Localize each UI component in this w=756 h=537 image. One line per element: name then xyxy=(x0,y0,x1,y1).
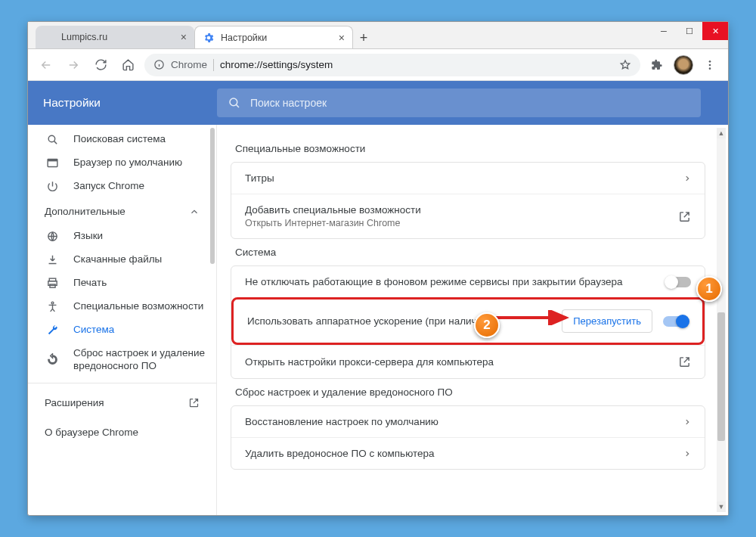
content-area: Настройки Поиск настроек Поисковая систе… xyxy=(28,81,728,515)
main-split: Поисковая система Браузер по умолчанию З… xyxy=(28,125,728,515)
window-icon xyxy=(45,157,60,169)
row-proxy-settings[interactable]: Открыть настройки прокси-сервера для ком… xyxy=(231,345,705,378)
sidebar-item-accessibility[interactable]: Специальные возможности xyxy=(28,295,216,318)
reset-icon xyxy=(45,353,60,366)
row-label: Добавить специальные возможности xyxy=(245,204,678,216)
row-captions[interactable]: Титры xyxy=(231,163,705,194)
new-tab-button[interactable]: + xyxy=(353,27,374,48)
sidebar-item-downloads[interactable]: Скачанные файлы xyxy=(28,248,216,272)
scroll-track[interactable] xyxy=(717,138,726,501)
chevron-right-icon xyxy=(683,450,691,458)
favicon-settings xyxy=(203,32,215,44)
home-button[interactable] xyxy=(117,54,138,76)
panel-scrollbar[interactable]: ▲ ▼ xyxy=(717,128,726,512)
favicon-lumpics xyxy=(43,31,55,43)
sidebar-item-extensions[interactable]: Расширения xyxy=(28,388,216,417)
row-cleanup[interactable]: Удалить вредоносное ПО с компьютера xyxy=(231,437,705,469)
row-background-apps[interactable]: Не отключать работающие в фоновом режиме… xyxy=(231,266,705,297)
row-add-accessibility[interactable]: Добавить специальные возможности Открыть… xyxy=(231,194,705,238)
tab-label: Настройки xyxy=(221,33,267,43)
power-icon xyxy=(45,180,60,193)
menu-button[interactable] xyxy=(699,54,720,76)
sidebar-item-label: Сброс настроек и удаление вредоносного П… xyxy=(73,347,209,373)
restart-button[interactable]: Перезапустить xyxy=(562,309,652,333)
row-label: Использовать аппаратное ускорение (при н… xyxy=(247,315,491,327)
settings-panel: Специальные возможности Титры Добавить с… xyxy=(217,125,728,515)
sidebar-group-label: Дополнительные xyxy=(45,206,125,217)
extensions-icon[interactable] xyxy=(646,54,668,76)
sidebar-item-default-browser[interactable]: Браузер по умолчанию xyxy=(28,151,216,175)
reload-button[interactable] xyxy=(90,54,111,76)
sidebar-item-label: Поисковая система xyxy=(73,133,209,146)
toggle-background-apps[interactable] xyxy=(665,277,691,287)
maximize-button[interactable]: ☐ xyxy=(677,22,702,40)
sidebar-item-startup[interactable]: Запуск Chrome xyxy=(28,175,216,198)
toggle-hardware-acceleration[interactable] xyxy=(663,316,689,327)
browser-window: Lumpics.ru × Настройки × + ─ ☐ ✕ Chrome xyxy=(27,21,729,516)
close-icon[interactable]: × xyxy=(181,31,187,43)
row-label: Открыть настройки прокси-сервера для ком… xyxy=(245,356,494,368)
forward-button[interactable] xyxy=(63,54,84,76)
sidebar-item-reset[interactable]: Сброс настроек и удаление вредоносного П… xyxy=(28,342,216,378)
wrench-icon xyxy=(45,324,60,337)
svg-point-12 xyxy=(51,302,54,304)
separator xyxy=(213,59,214,71)
sidebar-item-label: Система xyxy=(73,324,209,337)
sidebar-item-label: Специальные возможности xyxy=(73,300,209,313)
section-title-system: Система xyxy=(235,247,701,258)
tab-strip: Lumpics.ru × Настройки × + xyxy=(28,22,374,48)
globe-icon xyxy=(45,230,60,243)
open-external-icon xyxy=(678,355,691,368)
omnibox[interactable]: Chrome chrome://settings/system xyxy=(144,54,640,76)
sidebar-item-system[interactable]: Система xyxy=(28,318,216,342)
sidebar-item-about[interactable]: О браузере Chrome xyxy=(28,417,216,447)
site-info-icon[interactable] xyxy=(153,59,165,70)
settings-header: Настройки Поиск настроек xyxy=(28,81,728,125)
close-icon[interactable]: × xyxy=(339,32,345,44)
back-button[interactable] xyxy=(36,54,57,76)
callout-2: 2 xyxy=(474,312,500,338)
sidebar-group-advanced[interactable]: Дополнительные xyxy=(28,198,216,225)
page-title: Настройки xyxy=(43,96,194,110)
accessibility-icon xyxy=(45,300,60,313)
sidebar-item-label: Запуск Chrome xyxy=(73,180,209,193)
sidebar-item-label: Языки xyxy=(73,230,209,243)
svg-point-3 xyxy=(709,67,711,70)
search-settings[interactable]: Поиск настроек xyxy=(217,88,701,117)
row-hardware-acceleration[interactable]: Использовать аппаратное ускорение (при н… xyxy=(231,297,705,345)
card-system: Не отключать работающие в фоновом режиме… xyxy=(231,265,705,379)
search-placeholder: Поиск настроек xyxy=(250,97,327,109)
row-label: Удалить вредоносное ПО с компьютера xyxy=(245,448,435,459)
open-external-icon xyxy=(678,210,691,223)
sidebar-item-search-engine[interactable]: Поисковая система xyxy=(28,128,216,151)
row-sublabel: Открыть Интернет-магазин Chrome xyxy=(245,218,678,228)
chevron-right-icon xyxy=(683,175,691,182)
download-icon xyxy=(45,253,60,266)
scroll-thumb[interactable] xyxy=(717,312,725,441)
secure-chip-label: Chrome xyxy=(171,59,207,70)
titlebar: Lumpics.ru × Настройки × + ─ ☐ ✕ xyxy=(28,22,728,49)
tab-lumpics[interactable]: Lumpics.ru × xyxy=(36,26,194,48)
row-restore-defaults[interactable]: Восстановление настроек по умолчанию xyxy=(231,406,705,437)
sidebar-item-label: О браузере Chrome xyxy=(45,427,138,438)
svg-point-5 xyxy=(48,135,55,142)
chevron-right-icon xyxy=(683,418,691,426)
svg-point-1 xyxy=(709,61,711,63)
chevron-up-icon xyxy=(189,206,200,217)
profile-avatar[interactable] xyxy=(674,55,693,75)
scroll-up-button[interactable]: ▲ xyxy=(717,128,726,138)
window-controls: ─ ☐ ✕ xyxy=(651,22,728,40)
scroll-down-button[interactable]: ▼ xyxy=(717,501,726,512)
sidebar-scrollbar[interactable] xyxy=(210,128,215,264)
minimize-button[interactable]: ─ xyxy=(651,22,677,40)
sidebar-item-languages[interactable]: Языки xyxy=(28,225,216,248)
bookmark-icon[interactable] xyxy=(619,59,631,71)
open-external-icon xyxy=(188,397,200,408)
close-button[interactable]: ✕ xyxy=(702,22,728,40)
annotation-arrow xyxy=(491,310,574,325)
row-label: Не отключать работающие в фоновом режиме… xyxy=(245,276,622,287)
sidebar-item-printing[interactable]: Печать xyxy=(28,272,216,295)
sidebar-item-label: Расширения xyxy=(45,397,104,408)
tab-settings[interactable]: Настройки × xyxy=(194,26,353,48)
search-icon xyxy=(228,96,241,110)
